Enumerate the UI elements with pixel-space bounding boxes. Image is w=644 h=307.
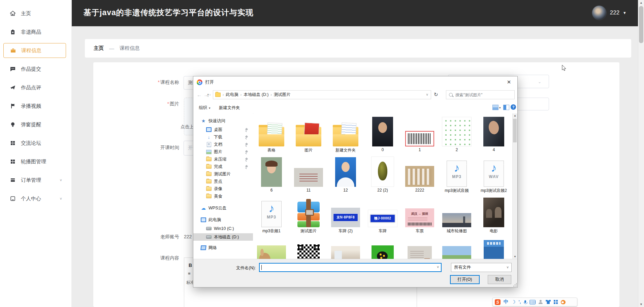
nav-drive-c[interactable]: Win10 (C:): [193, 225, 253, 232]
close-icon[interactable]: ✕: [504, 79, 514, 85]
list-icon[interactable]: ≡: [188, 271, 191, 276]
view-mode-icon[interactable]: [492, 105, 498, 110]
scrollbar-thumb[interactable]: [513, 119, 517, 142]
file-grid-scrollbar[interactable]: ▲ ▼: [512, 113, 517, 259]
sidebar-item-home[interactable]: 主页: [3, 6, 66, 21]
file-item[interactable]: 6: [253, 156, 290, 196]
sogou-logo-icon[interactable]: S: [495, 299, 501, 305]
file-item[interactable]: 电影: [476, 196, 512, 237]
sidebar-item-forum[interactable]: 交流论坛: [3, 136, 66, 150]
resize-grip[interactable]: [513, 283, 517, 286]
nav-recordings[interactable]: 录像: [193, 185, 253, 193]
chevron-down-icon[interactable]: ▾: [499, 106, 501, 109]
history-dropdown-icon[interactable]: ˅: [209, 93, 211, 97]
file-item[interactable]: ♪WAVmp3测试音频2: [476, 156, 512, 196]
search-input[interactable]: [455, 92, 507, 98]
search-box[interactable]: [446, 90, 515, 99]
nav-scenery[interactable]: 景点: [193, 178, 253, 185]
file-item[interactable]: [327, 237, 364, 259]
sidebar-item-popup[interactable]: 弹窗提醒: [3, 117, 66, 132]
open-button[interactable]: 打开(O): [450, 275, 480, 284]
person-icon[interactable]: [539, 300, 543, 304]
chinese-mode-icon[interactable]: 中: [504, 299, 508, 305]
address-dropdown-icon[interactable]: ˅: [426, 93, 428, 97]
bold-button[interactable]: B: [189, 263, 192, 268]
organize-button[interactable]: 组织▾: [199, 105, 211, 111]
sidebar-item-review[interactable]: 作品点评: [3, 80, 66, 95]
punctuation-icon[interactable]: ’,: [519, 300, 521, 304]
up-icon[interactable]: ↑: [207, 92, 210, 98]
file-item[interactable]: 1: [401, 115, 438, 156]
address-segment-drive-d[interactable]: 本地磁盘 (D:): [244, 92, 268, 98]
filename-input[interactable]: ˅: [259, 263, 442, 272]
chevron-down-icon[interactable]: ˅: [437, 265, 439, 269]
nav-uncompressed[interactable]: 未压缩: [193, 156, 253, 163]
scroll-up-icon[interactable]: ▲: [638, 0, 644, 5]
page-scrollbar[interactable]: ▲ ▼: [638, 0, 644, 307]
file-item[interactable]: 11: [290, 156, 327, 196]
file-item[interactable]: 测试图片: [290, 196, 327, 237]
scroll-down-icon[interactable]: ▼: [638, 302, 644, 307]
nav-wps-cloud[interactable]: ☁WPS云盘: [193, 204, 253, 212]
file-item[interactable]: 2222: [401, 156, 438, 196]
sidebar-item-submission[interactable]: 作品提交: [3, 62, 66, 76]
keyboard-icon[interactable]: [529, 300, 536, 304]
moon-icon[interactable]: ☽: [511, 299, 516, 305]
file-item[interactable]: 赣J·00002车牌: [364, 196, 401, 237]
file-item[interactable]: ♪MP3mp3音频1: [253, 196, 290, 237]
file-item[interactable]: 2: [439, 115, 475, 156]
file-item[interactable]: 城市轮播图: [439, 196, 475, 237]
sidebar-item-courses[interactable]: 课程信息: [3, 43, 66, 58]
nav-food[interactable]: 美食: [193, 193, 253, 200]
sidebar-item-products[interactable]: 非遗商品: [3, 25, 66, 39]
emoji-icon[interactable]: [561, 300, 566, 304]
file-item[interactable]: [401, 237, 438, 259]
dialog-titlebar[interactable]: 打开 ✕: [193, 76, 517, 88]
avatar[interactable]: [592, 5, 607, 20]
nav-done[interactable]: 完成: [193, 163, 253, 170]
cancel-button[interactable]: 取消: [488, 275, 511, 284]
sidebar-item-carousel[interactable]: 轮播图管理: [3, 154, 66, 169]
file-item[interactable]: [253, 237, 290, 259]
nav-quick-access[interactable]: ★快速访问: [193, 117, 253, 125]
nav-pictures[interactable]: 图片: [193, 148, 253, 156]
address-breadcrumb[interactable]: › 此电脑 › 本地磁盘 (D:) › 测试图片 ˅: [213, 90, 431, 99]
filetype-select[interactable]: 所有文件˅: [451, 263, 512, 272]
nav-desktop[interactable]: 桌面: [193, 126, 253, 133]
mic-icon[interactable]: [524, 300, 526, 304]
preview-pane-icon[interactable]: [503, 105, 509, 110]
scroll-down-icon[interactable]: ▼: [513, 254, 517, 259]
file-item[interactable]: [476, 237, 512, 259]
file-item[interactable]: 新建文件夹: [327, 115, 364, 156]
nav-this-pc[interactable]: 此电脑: [193, 216, 253, 224]
address-segment-this-pc[interactable]: 此电脑: [226, 92, 238, 98]
nav-test-images[interactable]: 测试图片: [193, 170, 253, 178]
nav-documents[interactable]: 文档: [193, 141, 253, 148]
nav-drive-d[interactable]: 本地磁盘 (D:): [193, 233, 253, 241]
back-icon[interactable]: ←: [197, 92, 202, 98]
file-item[interactable]: [290, 237, 327, 259]
nav-network[interactable]: 网络: [193, 244, 253, 251]
file-item[interactable]: 22 (2): [364, 156, 401, 196]
user-menu[interactable]: 222 ▼: [592, 5, 626, 20]
refresh-icon[interactable]: ↻: [434, 92, 438, 98]
breadcrumb-home[interactable]: 主页: [94, 45, 104, 52]
sidebar-item-orders[interactable]: 订单管理 ˅: [3, 173, 66, 187]
scrollbar-thumb[interactable]: [639, 6, 643, 43]
skin-icon[interactable]: [546, 300, 551, 304]
nav-downloads[interactable]: ↓下载: [193, 133, 253, 141]
file-item[interactable]: ♪MP3mp3测试音频: [439, 156, 475, 196]
file-item[interactable]: 京N·8P8F8车牌 (2): [327, 196, 364, 237]
file-item[interactable]: 4: [476, 115, 512, 156]
file-item[interactable]: 表格: [253, 115, 290, 156]
sidebar-item-profile[interactable]: 个人中心 ˅: [3, 191, 66, 206]
file-item[interactable]: [439, 237, 475, 259]
file-item[interactable]: 武汉 → 深圳车票: [401, 196, 438, 237]
address-segment-test-images[interactable]: 测试图片: [274, 92, 291, 98]
file-item[interactable]: 0: [364, 115, 401, 156]
help-icon[interactable]: ?: [511, 104, 516, 110]
sidebar-item-videos[interactable]: 录播视频: [3, 99, 66, 113]
toolbox-icon[interactable]: [554, 300, 558, 304]
file-item[interactable]: [364, 237, 401, 259]
file-item[interactable]: 图片: [290, 115, 327, 156]
